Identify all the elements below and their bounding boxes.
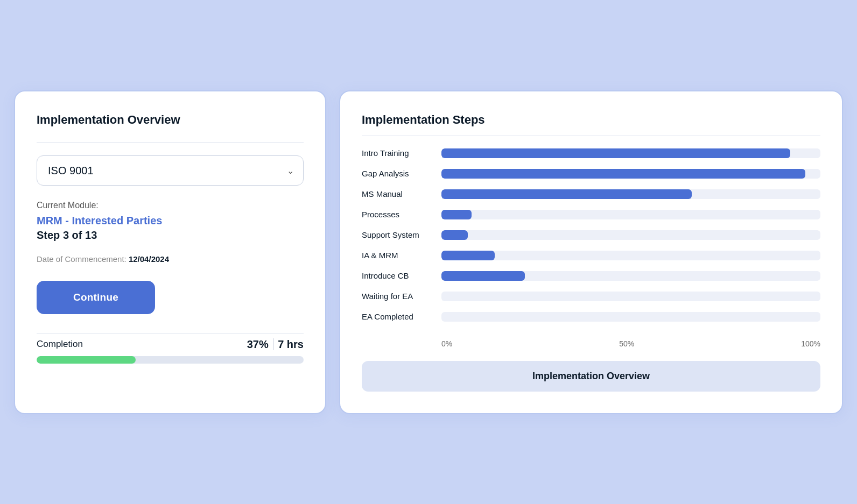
chart-row: IA & MRM — [362, 247, 820, 264]
chart-bar-bg — [441, 189, 820, 199]
chart-row-label: Gap Analysis — [362, 169, 441, 178]
chart-bar-bg — [441, 271, 820, 281]
axis-label-100: 100% — [801, 339, 820, 348]
completion-label: Completion — [37, 339, 83, 350]
chart-row: Gap Analysis — [362, 165, 820, 182]
chart-row-label: Processes — [362, 210, 441, 219]
chart-bar-fill — [441, 169, 805, 179]
top-divider — [37, 142, 304, 143]
implementation-overview-button[interactable]: Implementation Overview — [362, 361, 820, 392]
chart-bar-bg — [441, 251, 820, 260]
completion-hours: 7 hrs — [278, 338, 304, 351]
chart-bar-bg — [441, 230, 820, 240]
chart-row-label: Waiting for EA — [362, 292, 441, 301]
chart-row-label: Intro Training — [362, 148, 441, 158]
chart-bar-fill — [441, 251, 495, 260]
stats-divider — [273, 338, 274, 350]
axis-label-0: 0% — [441, 339, 452, 348]
chart-row: Processes — [362, 206, 820, 223]
step-label: Step 3 of 13 — [37, 229, 304, 242]
chart-row-label: IA & MRM — [362, 251, 441, 260]
date-label: Date of Commencement: — [37, 254, 127, 264]
chart-row: Support System — [362, 226, 820, 244]
chart-bar-bg — [441, 210, 820, 219]
bottom-divider — [37, 333, 304, 334]
chart-bar-bg — [441, 312, 820, 322]
chart-row-label: EA Completed — [362, 312, 441, 321]
chart-row: MS Manual — [362, 186, 820, 203]
progress-bar-bg — [37, 356, 304, 364]
chart-row: Intro Training — [362, 145, 820, 162]
dropdown-wrapper: ISO 9001 ISO 14001 ISO 45001 ⌄ — [37, 155, 304, 186]
continue-button[interactable]: Continue — [37, 281, 155, 314]
chart-row: EA Completed — [362, 308, 820, 325]
chart-section: Intro TrainingGap AnalysisMS ManualProce… — [362, 136, 820, 333]
chart-bar-fill — [441, 230, 468, 240]
progress-bar-fill — [37, 356, 136, 364]
chart-bar-bg — [441, 148, 820, 158]
chart-axis: 0% 50% 100% — [362, 339, 820, 348]
chart-bar-fill — [441, 148, 790, 158]
chart-bar-fill — [441, 271, 525, 281]
chart-row: Waiting for EA — [362, 288, 820, 305]
completion-stats: 37% 7 hrs — [247, 338, 304, 351]
chart-row-label: MS Manual — [362, 189, 441, 198]
chart-row-label: Introduce CB — [362, 271, 441, 280]
completion-header: Completion 37% 7 hrs — [37, 338, 304, 351]
completion-percent: 37% — [247, 338, 269, 351]
chart-bar-fill — [441, 189, 692, 199]
date-value: 12/04/2024 — [129, 254, 169, 264]
chart-bar-bg — [441, 292, 820, 301]
page-wrapper: Implementation Overview ISO 9001 ISO 140… — [14, 90, 843, 414]
iso-select[interactable]: ISO 9001 ISO 14001 ISO 45001 — [37, 155, 304, 186]
left-card: Implementation Overview ISO 9001 ISO 140… — [14, 90, 326, 414]
left-card-title: Implementation Overview — [37, 113, 304, 127]
chart-bar-fill — [441, 210, 472, 219]
chart-bar-bg — [441, 169, 820, 179]
current-module-label: Current Module: — [37, 201, 304, 210]
right-card-title: Implementation Steps — [362, 113, 820, 127]
date-row: Date of Commencement: 12/04/2024 — [37, 254, 304, 264]
chart-row: Introduce CB — [362, 267, 820, 285]
right-card: Implementation Steps Intro TrainingGap A… — [339, 90, 843, 414]
axis-label-50: 50% — [619, 339, 634, 348]
module-name: MRM - Interested Parties — [37, 215, 304, 227]
completion-section: Completion 37% 7 hrs — [37, 338, 304, 364]
chart-row-label: Support System — [362, 230, 441, 239]
